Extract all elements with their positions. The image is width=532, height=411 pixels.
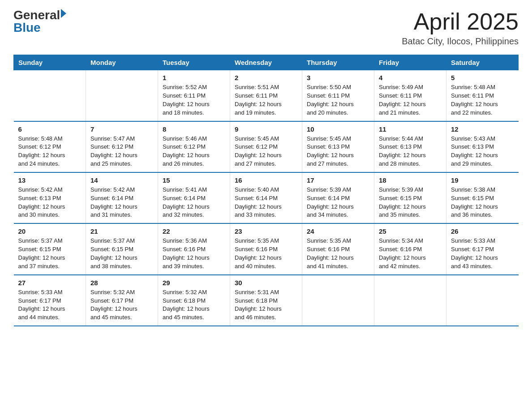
- calendar-week-row: 13Sunrise: 5:42 AM Sunset: 6:13 PM Dayli…: [14, 172, 519, 223]
- calendar-cell: 29Sunrise: 5:32 AM Sunset: 6:18 PM Dayli…: [158, 275, 230, 326]
- day-number: 29: [163, 279, 225, 287]
- day-info: Sunrise: 5:45 AM Sunset: 6:12 PM Dayligh…: [235, 135, 297, 168]
- calendar-cell: 19Sunrise: 5:38 AM Sunset: 6:15 PM Dayli…: [446, 172, 519, 223]
- day-info: Sunrise: 5:37 AM Sunset: 6:15 PM Dayligh…: [18, 237, 82, 270]
- day-of-week-header: Tuesday: [158, 55, 230, 70]
- day-number: 14: [90, 176, 153, 184]
- calendar-header-row: SundayMondayTuesdayWednesdayThursdayFrid…: [14, 55, 519, 70]
- calendar-cell: 10Sunrise: 5:45 AM Sunset: 6:13 PM Dayli…: [302, 121, 374, 172]
- day-info: Sunrise: 5:52 AM Sunset: 6:11 PM Dayligh…: [163, 83, 225, 117]
- day-info: Sunrise: 5:35 AM Sunset: 6:16 PM Dayligh…: [307, 237, 369, 270]
- day-number: 1: [163, 74, 225, 81]
- day-info: Sunrise: 5:42 AM Sunset: 6:13 PM Dayligh…: [18, 186, 82, 219]
- calendar-cell: 8Sunrise: 5:46 AM Sunset: 6:12 PM Daylig…: [158, 121, 230, 172]
- calendar-location: Batac City, Ilocos, Philippines: [402, 36, 519, 47]
- day-of-week-header: Monday: [86, 55, 158, 70]
- day-info: Sunrise: 5:32 AM Sunset: 6:17 PM Dayligh…: [90, 288, 153, 322]
- logo-triangle-icon: [61, 9, 66, 18]
- calendar-cell: 27Sunrise: 5:33 AM Sunset: 6:17 PM Dayli…: [14, 275, 86, 326]
- day-number: 25: [379, 227, 442, 235]
- title-block: April 2025 Batac City, Ilocos, Philippin…: [402, 9, 519, 47]
- day-of-week-header: Wednesday: [230, 55, 302, 70]
- day-number: 21: [90, 227, 153, 235]
- day-info: Sunrise: 5:31 AM Sunset: 6:18 PM Dayligh…: [235, 288, 297, 322]
- page-header: General Blue April 2025 Batac City, Iloc…: [13, 9, 519, 47]
- day-info: Sunrise: 5:45 AM Sunset: 6:13 PM Dayligh…: [307, 135, 369, 168]
- calendar-title: April 2025: [402, 9, 519, 34]
- calendar-cell: 7Sunrise: 5:47 AM Sunset: 6:12 PM Daylig…: [86, 121, 158, 172]
- day-number: 22: [163, 227, 225, 235]
- day-of-week-header: Sunday: [14, 55, 86, 70]
- day-number: 28: [90, 279, 153, 287]
- calendar-cell: 15Sunrise: 5:41 AM Sunset: 6:14 PM Dayli…: [158, 172, 230, 223]
- calendar-cell: 1Sunrise: 5:52 AM Sunset: 6:11 PM Daylig…: [158, 70, 230, 121]
- calendar-cell: [446, 275, 519, 326]
- calendar-week-row: 1Sunrise: 5:52 AM Sunset: 6:11 PM Daylig…: [14, 70, 519, 121]
- day-info: Sunrise: 5:34 AM Sunset: 6:16 PM Dayligh…: [379, 237, 442, 270]
- calendar-week-row: 6Sunrise: 5:48 AM Sunset: 6:12 PM Daylig…: [14, 121, 519, 172]
- day-info: Sunrise: 5:50 AM Sunset: 6:11 PM Dayligh…: [307, 83, 369, 117]
- day-number: 13: [18, 176, 82, 184]
- logo-general-text: General: [13, 9, 60, 21]
- logo: General Blue: [13, 9, 66, 34]
- calendar-cell: 18Sunrise: 5:39 AM Sunset: 6:15 PM Dayli…: [374, 172, 446, 223]
- calendar-cell: 3Sunrise: 5:50 AM Sunset: 6:11 PM Daylig…: [302, 70, 374, 121]
- day-number: 20: [18, 227, 82, 235]
- day-info: Sunrise: 5:41 AM Sunset: 6:14 PM Dayligh…: [163, 186, 225, 219]
- calendar-cell: 9Sunrise: 5:45 AM Sunset: 6:12 PM Daylig…: [230, 121, 302, 172]
- calendar-cell: 11Sunrise: 5:44 AM Sunset: 6:13 PM Dayli…: [374, 121, 446, 172]
- calendar-cell: 13Sunrise: 5:42 AM Sunset: 6:13 PM Dayli…: [14, 172, 86, 223]
- day-info: Sunrise: 5:33 AM Sunset: 6:17 PM Dayligh…: [451, 237, 514, 270]
- day-number: 9: [235, 125, 297, 133]
- day-number: 15: [163, 176, 225, 184]
- day-number: 26: [451, 227, 514, 235]
- calendar-cell: 28Sunrise: 5:32 AM Sunset: 6:17 PM Dayli…: [86, 275, 158, 326]
- day-number: 19: [451, 176, 514, 184]
- day-number: 6: [18, 125, 82, 133]
- calendar-cell: 30Sunrise: 5:31 AM Sunset: 6:18 PM Dayli…: [230, 275, 302, 326]
- calendar-cell: 24Sunrise: 5:35 AM Sunset: 6:16 PM Dayli…: [302, 223, 374, 274]
- day-number: 24: [307, 227, 369, 235]
- day-info: Sunrise: 5:33 AM Sunset: 6:17 PM Dayligh…: [18, 288, 82, 322]
- calendar-week-row: 20Sunrise: 5:37 AM Sunset: 6:15 PM Dayli…: [14, 223, 519, 274]
- calendar-cell: 16Sunrise: 5:40 AM Sunset: 6:14 PM Dayli…: [230, 172, 302, 223]
- calendar-cell: 5Sunrise: 5:48 AM Sunset: 6:11 PM Daylig…: [446, 70, 519, 121]
- day-info: Sunrise: 5:47 AM Sunset: 6:12 PM Dayligh…: [90, 135, 153, 168]
- calendar-cell: 2Sunrise: 5:51 AM Sunset: 6:11 PM Daylig…: [230, 70, 302, 121]
- day-info: Sunrise: 5:51 AM Sunset: 6:11 PM Dayligh…: [235, 83, 297, 117]
- calendar-cell: 4Sunrise: 5:49 AM Sunset: 6:11 PM Daylig…: [374, 70, 446, 121]
- day-number: 8: [163, 125, 225, 133]
- calendar-week-row: 27Sunrise: 5:33 AM Sunset: 6:17 PM Dayli…: [14, 275, 519, 326]
- day-number: 11: [379, 125, 442, 133]
- day-number: 16: [235, 176, 297, 184]
- day-info: Sunrise: 5:36 AM Sunset: 6:16 PM Dayligh…: [163, 237, 225, 270]
- calendar-cell: 26Sunrise: 5:33 AM Sunset: 6:17 PM Dayli…: [446, 223, 519, 274]
- calendar-cell: 20Sunrise: 5:37 AM Sunset: 6:15 PM Dayli…: [14, 223, 86, 274]
- calendar-cell: [86, 70, 158, 121]
- logo-blue-text: Blue: [13, 21, 41, 34]
- day-info: Sunrise: 5:48 AM Sunset: 6:11 PM Dayligh…: [451, 83, 514, 117]
- day-number: 17: [307, 176, 369, 184]
- calendar-cell: 22Sunrise: 5:36 AM Sunset: 6:16 PM Dayli…: [158, 223, 230, 274]
- day-info: Sunrise: 5:39 AM Sunset: 6:14 PM Dayligh…: [307, 186, 369, 219]
- day-of-week-header: Friday: [374, 55, 446, 70]
- day-number: 23: [235, 227, 297, 235]
- day-of-week-header: Thursday: [302, 55, 374, 70]
- day-of-week-header: Saturday: [446, 55, 519, 70]
- day-info: Sunrise: 5:39 AM Sunset: 6:15 PM Dayligh…: [379, 186, 442, 219]
- calendar-cell: 12Sunrise: 5:43 AM Sunset: 6:13 PM Dayli…: [446, 121, 519, 172]
- day-info: Sunrise: 5:48 AM Sunset: 6:12 PM Dayligh…: [18, 135, 82, 168]
- day-info: Sunrise: 5:44 AM Sunset: 6:13 PM Dayligh…: [379, 135, 442, 168]
- day-number: 2: [235, 74, 297, 81]
- calendar-cell: [302, 275, 374, 326]
- day-number: 12: [451, 125, 514, 133]
- calendar-cell: 14Sunrise: 5:42 AM Sunset: 6:14 PM Dayli…: [86, 172, 158, 223]
- day-number: 5: [451, 74, 514, 81]
- day-info: Sunrise: 5:37 AM Sunset: 6:15 PM Dayligh…: [90, 237, 153, 270]
- calendar-cell: 23Sunrise: 5:35 AM Sunset: 6:16 PM Dayli…: [230, 223, 302, 274]
- day-number: 18: [379, 176, 442, 184]
- calendar-cell: [14, 70, 86, 121]
- day-info: Sunrise: 5:38 AM Sunset: 6:15 PM Dayligh…: [451, 186, 514, 219]
- day-info: Sunrise: 5:42 AM Sunset: 6:14 PM Dayligh…: [90, 186, 153, 219]
- day-info: Sunrise: 5:43 AM Sunset: 6:13 PM Dayligh…: [451, 135, 514, 168]
